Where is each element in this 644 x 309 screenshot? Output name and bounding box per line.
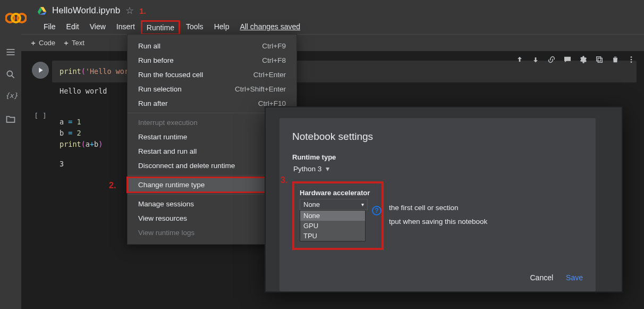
notebook-settings-backdrop: Notebook settings Runtime type Python 3 … — [265, 106, 623, 293]
menu-insert[interactable]: Insert — [112, 20, 140, 35]
option-none[interactable]: None — [300, 211, 365, 221]
menu-label: Interrupt execution — [138, 119, 198, 127]
svg-rect-6 — [7, 49, 15, 50]
annotation-3: 3. — [281, 176, 287, 185]
annotation-1: 1. — [139, 6, 146, 15]
menu-run-before[interactable]: Run before Ctrl+F8 — [128, 53, 296, 68]
menu-label: Restart runtime — [138, 133, 187, 141]
menu-run-selection[interactable]: Run selection Ctrl+Shift+Enter — [128, 82, 296, 96]
menu-view[interactable]: View — [85, 20, 111, 35]
add-code-button[interactable]: ＋Code — [30, 38, 55, 48]
notebook-settings-dialog: Notebook settings Runtime type Python 3 … — [279, 118, 596, 291]
toc-icon[interactable] — [5, 47, 16, 57]
cell-settings-icon[interactable] — [579, 55, 589, 65]
menubar: File Edit View Insert Runtime Tools Help… — [39, 20, 305, 35]
menu-edit[interactable]: Edit — [62, 20, 84, 35]
menu-shortcut: Ctrl+F9 — [262, 42, 286, 50]
menu-label: Run after — [138, 99, 168, 107]
menu-label: Restart and run all — [138, 147, 197, 155]
drive-icon — [37, 6, 47, 15]
cell-more-icon[interactable] — [627, 55, 637, 65]
cell-move-up-icon[interactable] — [515, 55, 525, 65]
hardware-accelerator-block: Hardware accelerator None ▾ ? None GPU T… — [292, 181, 384, 250]
option-gpu[interactable]: GPU — [300, 221, 365, 231]
chevron-down-icon: ▾ — [361, 202, 364, 207]
star-icon[interactable]: ☆ — [125, 6, 134, 15]
cell-link-icon[interactable] — [547, 55, 557, 65]
code-cell[interactable]: print('Hello world') Hello world — [29, 61, 637, 95]
menu-help[interactable]: Help — [209, 20, 234, 35]
search-icon[interactable] — [5, 69, 16, 80]
menu-label: Run selection — [138, 85, 182, 93]
cell-comment-icon[interactable] — [563, 55, 573, 65]
menu-label: Change runtime type — [138, 181, 205, 189]
hardware-accelerator-select[interactable]: None ▾ — [300, 199, 368, 210]
variables-icon[interactable]: {x} — [5, 91, 16, 102]
runtime-type-select[interactable]: Python 3 ▾ — [292, 163, 583, 174]
cell-action-toolbar — [515, 55, 637, 65]
menu-label: View runtime logs — [138, 229, 194, 237]
menu-shortcut: Ctrl+Enter — [253, 71, 286, 79]
svg-rect-13 — [598, 58, 602, 62]
runtime-type-value: Python 3 — [293, 165, 321, 173]
cell-execution-indicator[interactable]: [ ] — [32, 112, 49, 120]
cancel-button[interactable]: Cancel — [530, 273, 553, 282]
hint-line: tput when saving this notebook — [389, 215, 487, 229]
add-code-label: Code — [39, 39, 55, 47]
save-button[interactable]: Save — [566, 273, 583, 282]
menu-runtime[interactable]: Runtime — [141, 20, 180, 35]
menu-tools[interactable]: Tools — [181, 20, 208, 35]
svg-rect-7 — [7, 52, 15, 53]
menu-run-all[interactable]: Run all Ctrl+F9 — [128, 39, 296, 53]
hint-line: the first cell or section — [389, 201, 487, 215]
cell-delete-icon[interactable] — [611, 55, 621, 65]
runtime-type-label: Runtime type — [292, 153, 583, 161]
svg-rect-12 — [597, 57, 601, 61]
annotation-2: 2. — [109, 181, 116, 190]
cell-output: Hello world — [29, 82, 637, 95]
svg-point-15 — [631, 59, 632, 61]
add-text-button[interactable]: ＋Text — [63, 38, 84, 48]
option-tpu[interactable]: TPU — [300, 231, 365, 241]
hardware-accelerator-value: None — [303, 201, 320, 208]
menu-label: Run all — [138, 42, 160, 50]
svg-point-14 — [631, 56, 632, 58]
colab-logo — [5, 7, 27, 29]
menu-saved-status[interactable]: All changes saved — [235, 20, 305, 35]
menu-label: Run before — [138, 56, 174, 64]
menu-label: Run the focused cell — [138, 71, 203, 79]
notebook-toolbar: ＋Code ＋Text — [21, 34, 644, 51]
cell-move-down-icon[interactable] — [531, 55, 541, 65]
run-cell-button[interactable] — [32, 62, 49, 79]
cell-mirror-icon[interactable] — [595, 55, 605, 65]
add-text-label: Text — [72, 39, 84, 47]
svg-point-2 — [12, 14, 20, 22]
menu-label: Disconnect and delete runtime — [138, 162, 235, 170]
svg-point-16 — [631, 61, 632, 63]
hardware-accelerator-label: Hardware accelerator — [300, 189, 375, 197]
svg-line-10 — [12, 76, 14, 78]
left-rail: {x} — [0, 34, 21, 309]
menu-shortcut: Ctrl+F8 — [262, 56, 286, 64]
menu-run-focused[interactable]: Run the focused cell Ctrl+Enter — [128, 68, 296, 82]
svg-rect-8 — [7, 54, 15, 55]
notebook-title[interactable]: HelloWorld.ipynb — [52, 5, 120, 16]
hardware-accelerator-options: None GPU TPU — [300, 210, 366, 241]
svg-point-9 — [7, 71, 12, 76]
menu-label: View resources — [138, 214, 187, 222]
help-icon[interactable]: ? — [372, 206, 382, 215]
chevron-down-icon: ▾ — [326, 164, 329, 173]
dialog-hint-text: the first cell or section tput when savi… — [389, 201, 487, 228]
files-icon[interactable] — [5, 114, 16, 124]
menu-shortcut: Ctrl+Shift+Enter — [235, 85, 286, 93]
dialog-title: Notebook settings — [292, 131, 583, 143]
menu-label: Manage sessions — [138, 200, 194, 208]
menu-file[interactable]: File — [39, 20, 61, 35]
